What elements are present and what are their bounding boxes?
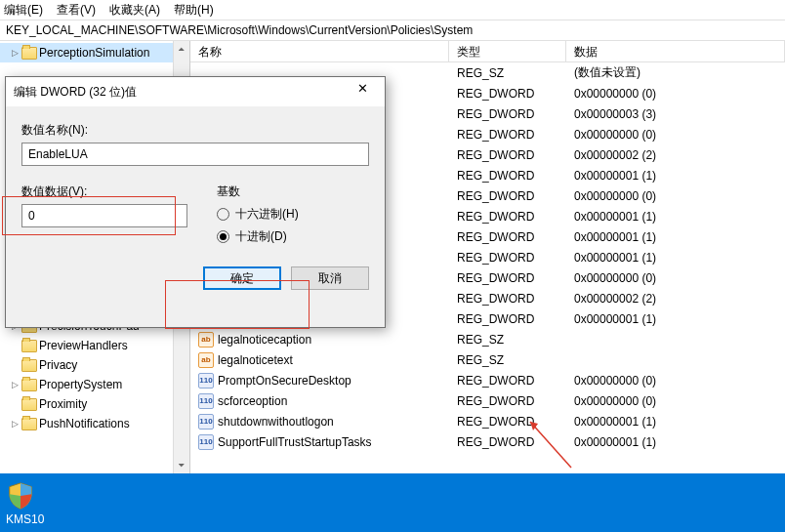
value-data-label: 数值数据(V): <box>21 184 187 200</box>
value-data-input[interactable] <box>21 204 187 227</box>
tree-item[interactable]: ▷PerceptionSimulation <box>0 43 189 62</box>
menu-edit[interactable]: 编辑(E) <box>4 2 43 19</box>
radio-hex[interactable]: 十六进制(H) <box>217 206 369 223</box>
shield-icon <box>6 481 35 511</box>
folder-icon <box>21 379 37 391</box>
chevron-right-icon[interactable]: ▷ <box>10 380 20 389</box>
value-data: 0x00000002 (2) <box>566 292 785 306</box>
value-type: REG_DWORD <box>449 148 566 162</box>
value-name-input[interactable] <box>21 143 369 166</box>
tree-item-label: PerceptionSimulation <box>39 46 149 60</box>
radio-icon <box>217 230 229 243</box>
folder-icon <box>21 47 37 60</box>
folder-icon <box>21 418 37 430</box>
value-data: 0x00000000 (0) <box>566 128 785 142</box>
value-type: REG_DWORD <box>449 271 566 285</box>
regvalue-icon: ab <box>198 332 214 348</box>
value-type: REG_DWORD <box>449 312 566 326</box>
menu-view[interactable]: 查看(V) <box>57 2 96 19</box>
regvalue-icon: 110 <box>198 373 214 389</box>
value-type: REG_SZ <box>449 353 566 367</box>
ok-button[interactable]: 确定 <box>203 266 281 290</box>
value-data: 0x00000001 (1) <box>566 435 785 449</box>
dialog-titlebar[interactable]: 编辑 DWORD (32 位)值 ✕ <box>6 77 385 106</box>
value-name: shutdownwithoutlogon <box>218 415 334 429</box>
value-type: REG_DWORD <box>449 394 566 408</box>
regvalue-icon: 110 <box>198 434 214 450</box>
folder-icon <box>21 359 37 372</box>
col-header-data[interactable]: 数据 <box>566 41 785 61</box>
value-type: REG_DWORD <box>449 374 566 388</box>
regvalue-icon: 110 <box>198 393 214 409</box>
radio-icon <box>217 208 229 221</box>
value-data: 0x00000000 (0) <box>566 189 785 203</box>
value-type: REG_SZ <box>449 66 566 80</box>
value-name: SupportFullTrustStartupTasks <box>218 435 372 449</box>
value-type: REG_DWORD <box>449 169 566 183</box>
tree-item[interactable]: ▷PushNotifications <box>0 414 189 433</box>
value-name-label: 数值名称(N): <box>21 122 369 139</box>
value-data: 0x00000001 (1) <box>566 312 785 326</box>
list-header: 名称 类型 数据 <box>190 41 785 62</box>
radio-dec-label: 十进制(D) <box>235 228 287 245</box>
menu-fav[interactable]: 收藏夹(A) <box>109 2 160 19</box>
tree-item-label: PropertySystem <box>39 378 122 391</box>
menubar: 编辑(E) 查看(V) 收藏夹(A) 帮助(H) <box>0 0 785 20</box>
scroll-up-icon[interactable]: ⏶ <box>174 41 189 58</box>
value-data: 0x00000001 (1) <box>566 210 785 224</box>
value-type: REG_DWORD <box>449 415 566 429</box>
tree-item[interactable]: PreviewHandlers <box>0 336 189 355</box>
regvalue-icon: ab <box>198 352 214 368</box>
base-label: 基数 <box>217 184 369 200</box>
list-row[interactable]: 110SupportFullTrustStartupTasksREG_DWORD… <box>190 431 785 452</box>
radio-dec[interactable]: 十进制(D) <box>217 228 369 245</box>
tree-item[interactable]: Proximity <box>0 394 189 414</box>
list-row[interactable]: ablegalnoticecaptionREG_SZ <box>190 329 785 349</box>
value-data: 0x00000000 (0) <box>566 87 785 101</box>
value-data: 0x00000001 (1) <box>566 169 785 183</box>
value-data: (数值未设置) <box>566 64 785 81</box>
cancel-button[interactable]: 取消 <box>291 266 369 290</box>
value-data: 0x00000001 (1) <box>566 251 785 265</box>
regvalue-icon: 110 <box>198 414 214 430</box>
tree-item[interactable]: Privacy <box>0 355 189 375</box>
value-type: REG_SZ <box>449 333 566 347</box>
edit-dword-dialog: 编辑 DWORD (32 位)值 ✕ 数值名称(N): 数值数据(V): 基数 … <box>5 76 386 328</box>
value-type: REG_DWORD <box>449 107 566 121</box>
scroll-down-icon[interactable]: ⏷ <box>174 457 189 473</box>
list-row[interactable]: 110PromptOnSecureDesktopREG_DWORD0x00000… <box>190 370 785 390</box>
list-row[interactable]: 110scforceoptionREG_DWORD0x00000000 (0) <box>190 390 785 411</box>
address-bar[interactable]: KEY_LOCAL_MACHINE\SOFTWARE\Microsoft\Win… <box>0 20 785 41</box>
tree-item-label: Privacy <box>39 358 77 372</box>
menu-help[interactable]: 帮助(H) <box>174 2 214 19</box>
value-type: REG_DWORD <box>449 210 566 224</box>
value-type: REG_DWORD <box>449 87 566 101</box>
folder-icon <box>21 398 37 411</box>
value-name: legalnoticecaption <box>218 333 311 347</box>
chevron-right-icon[interactable]: ▷ <box>10 419 20 429</box>
value-type: REG_DWORD <box>449 230 566 244</box>
value-data: 0x00000000 (0) <box>566 374 785 388</box>
value-type: REG_DWORD <box>449 251 566 265</box>
dialog-title-text: 编辑 DWORD (32 位)值 <box>14 84 137 101</box>
desktop-shortcut[interactable]: KMS10 <box>6 481 44 526</box>
value-type: REG_DWORD <box>449 189 566 203</box>
value-type: REG_DWORD <box>449 292 566 306</box>
chevron-right-icon[interactable]: ▷ <box>10 48 20 58</box>
list-row[interactable]: 110shutdownwithoutlogonREG_DWORD0x000000… <box>190 411 785 431</box>
folder-icon <box>21 340 37 352</box>
col-header-type[interactable]: 类型 <box>449 41 566 61</box>
tree-item-label: PushNotifications <box>39 417 130 430</box>
col-header-name[interactable]: 名称 <box>190 41 449 61</box>
value-data: 0x00000000 (0) <box>566 271 785 285</box>
value-type: REG_DWORD <box>449 128 566 142</box>
list-row[interactable]: ablegalnoticetextREG_SZ <box>190 349 785 370</box>
value-type: REG_DWORD <box>449 435 566 449</box>
value-name: legalnoticetext <box>218 353 293 367</box>
close-icon[interactable]: ✕ <box>348 81 377 102</box>
value-name: PromptOnSecureDesktop <box>218 374 351 388</box>
tree-item-label: Proximity <box>39 397 87 411</box>
value-data: 0x00000001 (1) <box>566 415 785 429</box>
tree-item[interactable]: ▷PropertySystem <box>0 375 189 394</box>
value-data: 0x00000003 (3) <box>566 107 785 121</box>
